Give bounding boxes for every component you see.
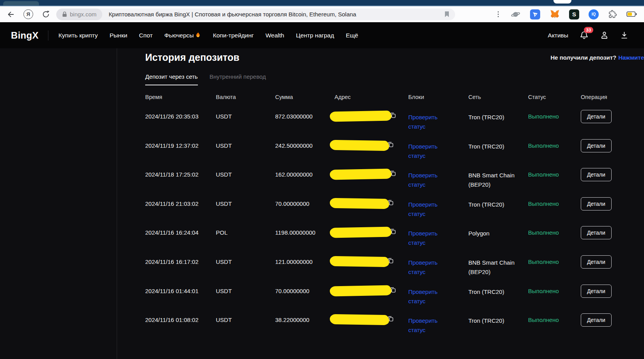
s-extension-icon[interactable]: S (569, 9, 579, 19)
operation-cell: Детали (581, 113, 612, 123)
nav-item-copy-trading[interactable]: Копи-трейдинг (213, 32, 254, 39)
notifications-bell-icon[interactable]: 33 (580, 31, 589, 40)
check-status-link[interactable]: Проверить статус (408, 316, 468, 335)
nav-item-rewards[interactable]: Центр наград (296, 32, 334, 39)
deposit-currency: USDT (216, 287, 275, 295)
deposit-time: 2024/11/19 12:37:02 (145, 142, 216, 149)
table-row: 2024/11/16 16:24:04 POL 1198.00000000 Пр… (145, 219, 612, 249)
nav-item-markets[interactable]: Рынки (110, 32, 127, 39)
battery-icon[interactable] (626, 11, 637, 17)
details-button[interactable]: Детали (581, 285, 612, 298)
check-status-link[interactable]: Проверить статус (408, 287, 468, 306)
toolbar-extensions: S IQ (495, 9, 637, 19)
nav-items: Купить крипту Рынки Спот Фьючерсы Копи-т… (59, 32, 358, 39)
bingx-navbar: BingX Купить крипту Рынки Спот Фьючерсы … (0, 22, 644, 48)
table-row: 2024/11/16 21:03:02 USDT 70.00000000 Про… (145, 191, 612, 220)
planet-extension-icon[interactable] (511, 9, 521, 19)
history-tabs: Депозит через сеть Внутренний перевод (145, 73, 612, 85)
screen: Я bingx.com Криптовалютная биржа BingX |… (0, 0, 644, 359)
check-status-link[interactable]: Проверить статус (408, 142, 468, 161)
address-redaction (330, 140, 389, 150)
operation-cell: Детали (581, 287, 612, 298)
deposit-help: Не получили депозит?Нажмите (550, 54, 644, 61)
check-status-link[interactable]: Проверить статус (408, 258, 468, 277)
deposit-amount: 1198.00000000 (275, 229, 334, 236)
table-header: Время Валюта Сумма Адрес Блоки Сеть Стат… (145, 94, 612, 100)
details-button[interactable]: Детали (581, 226, 612, 239)
yandex-icon[interactable]: Я (23, 9, 33, 19)
table-row: 2024/11/16 16:17:02 USDT 121.00000000 Пр… (145, 249, 612, 278)
bingx-logo[interactable]: BingX (11, 30, 39, 41)
table-row: 2024/11/19 12:37:02 USDT 242.50000000 Пр… (145, 133, 612, 162)
url-domain: bingx.com (70, 11, 96, 18)
active-tab-notch (553, 0, 571, 4)
tab-internal-transfer[interactable]: Внутренний перевод (210, 73, 266, 85)
deposit-address (330, 113, 408, 121)
fire-icon (195, 32, 201, 39)
operation-cell: Детали (581, 142, 612, 152)
metamask-extension-icon[interactable] (550, 9, 560, 19)
nav-right: Активы 33 (548, 31, 628, 40)
domain-pill[interactable]: bingx.com (56, 9, 102, 20)
deposit-currency: USDT (216, 171, 275, 178)
deposit-network: Tron (TRC20) (468, 142, 528, 151)
deposit-currency: POL (216, 229, 275, 236)
assets-link[interactable]: Активы (548, 32, 568, 39)
nav-divider (48, 30, 48, 41)
deposit-currency: USDT (216, 316, 275, 324)
col-amount: Сумма (275, 94, 334, 100)
details-button[interactable]: Детали (581, 197, 612, 210)
details-button[interactable]: Детали (581, 313, 612, 327)
details-button[interactable]: Детали (581, 139, 612, 152)
lock-icon (62, 11, 67, 17)
check-status-link[interactable]: Проверить статус (408, 200, 468, 219)
deposit-currency: USDT (216, 200, 275, 207)
operation-cell: Детали (581, 229, 612, 239)
nav-item-futures[interactable]: Фьючерсы (164, 32, 201, 39)
col-time: Время (145, 94, 216, 100)
deposit-network: Tron (TRC20) (468, 113, 528, 122)
nav-item-wealth[interactable]: Wealth (265, 32, 284, 39)
operation-cell: Детали (581, 171, 612, 181)
check-status-link[interactable]: Проверить статус (408, 229, 468, 248)
iq-extension-icon[interactable]: IQ (589, 9, 599, 19)
browser-tab[interactable] (3, 1, 39, 6)
deposit-time: 2024/11/16 01:44:01 (145, 287, 216, 295)
nav-item-more[interactable]: Ещё (346, 32, 358, 39)
check-status-link[interactable]: Проверить статус (408, 171, 468, 189)
tronlink-extension-icon[interactable] (530, 9, 540, 19)
table-row: 2024/11/26 20:35:03 USDT 872.03000000 Пр… (145, 103, 612, 133)
bookmark-icon[interactable] (441, 11, 455, 18)
deposit-time: 2024/11/16 01:08:02 (145, 316, 216, 324)
deposit-status: Выполнено (528, 258, 581, 265)
help-link[interactable]: Нажмите (618, 54, 644, 61)
download-icon[interactable] (620, 31, 628, 39)
help-text: Не получили депозит? (550, 54, 616, 61)
deposit-status: Выполнено (528, 229, 581, 236)
title-row: История депозитов Не получили депозит?На… (145, 52, 644, 63)
refresh-icon[interactable] (42, 10, 50, 18)
back-icon[interactable] (6, 10, 15, 19)
tab-deposit-via-network[interactable]: Депозит через сеть (145, 73, 198, 85)
deposit-time: 2024/11/16 16:24:04 (145, 229, 216, 236)
details-button[interactable]: Детали (581, 110, 612, 123)
deposit-address (330, 258, 408, 267)
address-bar[interactable]: bingx.com Криптовалютная биржа BingX | С… (56, 9, 455, 20)
main-panel: История депозитов Не получили депозит?На… (117, 48, 644, 359)
deposit-address (330, 142, 408, 150)
kebab-menu-icon[interactable] (495, 10, 501, 19)
deposit-status: Выполнено (528, 171, 581, 178)
puzzle-icon[interactable] (608, 10, 617, 19)
check-status-link[interactable]: Проверить статус (408, 113, 468, 131)
nav-item-spot[interactable]: Спот (139, 32, 153, 39)
deposit-amount: 242.50000000 (275, 142, 334, 149)
table-row: 2024/11/16 01:08:02 USDT 38.22000000 Про… (145, 307, 612, 336)
deposit-amount: 872.03000000 (275, 113, 334, 120)
address-redaction (330, 198, 389, 209)
details-button[interactable]: Детали (581, 255, 612, 269)
nav-item-buy-crypto[interactable]: Купить крипту (59, 32, 98, 39)
details-button[interactable]: Детали (581, 168, 612, 181)
deposit-status: Выполнено (528, 316, 581, 324)
deposit-status: Выполнено (528, 113, 581, 120)
profile-icon[interactable] (600, 31, 609, 40)
